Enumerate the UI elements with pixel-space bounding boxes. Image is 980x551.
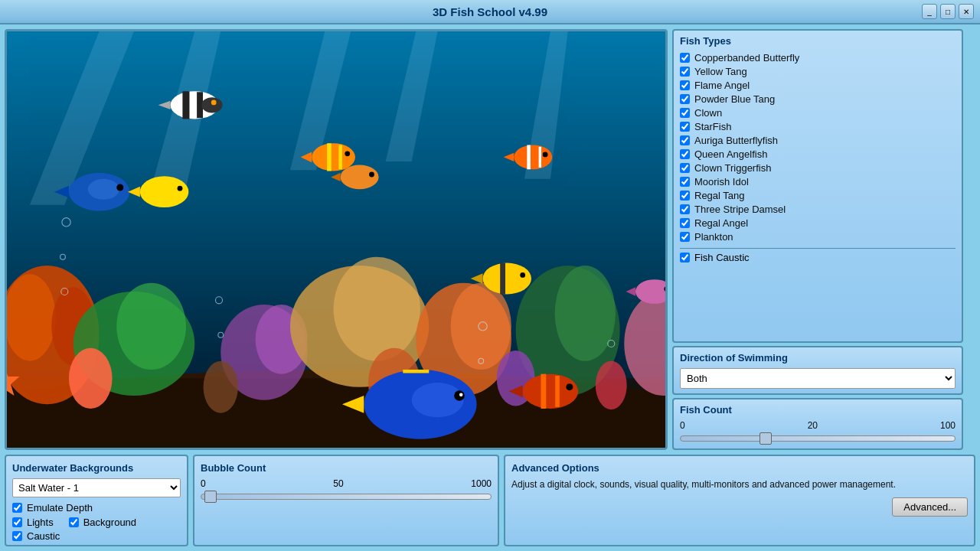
caustic-row: Caustic [12,530,181,542]
fish-checkbox-flamevangel[interactable] [680,80,690,90]
fish-checkbox-clowntrigger[interactable] [680,163,690,173]
fish-checkbox-queenangel[interactable] [680,149,690,159]
aquarium-preview [5,29,668,450]
fish-item-clowntrigger: Clown Triggerfish [680,161,956,174]
fish-item-starfish: StarFish [680,120,956,133]
fish-caustic-checkbox[interactable] [680,253,690,262]
fish-item-moorishidol: Moorish Idol [680,175,956,188]
emulate-depth-checkbox[interactable] [12,503,22,513]
fish-item-regalangel: Regal Angel [680,217,956,230]
fish-checkbox-plankton[interactable] [680,232,690,242]
fish-checkbox-moorishidol[interactable] [680,177,690,187]
fish-checkbox-copperbanded[interactable] [680,53,690,63]
svg-point-18 [451,283,511,370]
fish-label-auriga[interactable]: Auriga Butterflyfish [694,135,778,146]
lights-label[interactable]: Lights [27,517,54,528]
svg-point-31 [201,97,222,112]
fish-item-clown: Clown [680,106,956,119]
bg-select[interactable]: Salt Water - 1 Salt Water - 2 Fresh Wate… [12,478,181,497]
app-title: 3D Fish School v4.99 [433,5,547,18]
fish-count-slider[interactable] [680,435,956,442]
direction-select[interactable]: Both Left to Right Right to Left [680,368,956,389]
fish-label-threestripe[interactable]: Three Stripe Damsel [694,204,786,215]
svg-point-51 [178,186,183,191]
fish-label-starfish[interactable]: StarFish [694,121,731,132]
fish-label-powderbluetang[interactable]: Powder Blue Tang [694,93,775,105]
caustic-label[interactable]: Caustic [27,530,60,542]
underwater-backgrounds-panel: Underwater Backgrounds Salt Water - 1 Sa… [5,455,188,546]
lights-row: Lights [12,517,54,528]
fish-label-clown[interactable]: Clown [694,107,722,119]
svg-point-44 [459,393,463,397]
caustic-checkbox[interactable] [12,531,22,541]
svg-point-60 [523,374,579,409]
advanced-button[interactable]: Advanced... [892,497,968,517]
fish-item-yellowtang: Yellow Tang [680,65,956,78]
svg-point-57 [341,165,379,190]
direction-panel: Direction of Swimming Both Left to Right… [672,346,963,395]
fish-count-min: 0 [680,420,685,431]
svg-point-68 [520,272,525,278]
fish-label-regalangel[interactable]: Regal Angel [694,217,748,229]
fish-label-regaltang[interactable]: Regal Tang [694,190,745,201]
fish-checkbox-threestripe[interactable] [680,204,690,214]
bubble-max: 1000 [471,478,492,489]
bubble-slider-labels: 0 50 1000 [201,478,492,489]
svg-point-23 [204,361,238,413]
fish-checkbox-yellowtang[interactable] [680,67,690,77]
fish-label-copperbanded[interactable]: Copperbanded Butterfly [694,52,799,64]
svg-point-64 [566,383,573,390]
background-label[interactable]: Background [83,517,136,528]
svg-point-46 [88,179,119,200]
fish-caustic-row: Fish Caustic [680,248,956,263]
advanced-title: Advanced Options [511,462,968,474]
fish-types-panel: Fish Types Copperbanded ButterflyYellow … [672,29,963,343]
fish-count-title: Fish Count [680,404,956,416]
close-button[interactable]: ✕ [959,4,974,19]
fish-count-mid: 20 [808,420,818,431]
fish-count-panel: Fish Count 0 20 100 [672,398,963,450]
fish-label-clowntrigger[interactable]: Clown Triggerfish [694,162,771,174]
fish-checkbox-starfish[interactable] [680,122,690,132]
fish-label-flamevangel[interactable]: Flame Angel [694,80,750,91]
title-bar: 3D Fish School v4.99 _ □ ✕ [0,0,980,24]
restore-button[interactable]: □ [940,4,956,19]
fish-checkbox-regaltang[interactable] [680,191,690,201]
svg-point-52 [312,143,355,171]
aquarium-svg [7,31,665,448]
fish-count-labels: 0 20 100 [680,420,956,431]
emulate-depth-label[interactable]: Emulate Depth [27,502,93,514]
fish-label-plankton[interactable]: Plankton [694,231,733,243]
svg-point-48 [116,184,123,191]
svg-point-26 [596,361,627,409]
fish-types-title: Fish Types [680,35,956,47]
minimize-button[interactable]: _ [922,4,937,19]
background-checkbox[interactable] [69,517,79,527]
fish-item-copperbanded: Copperbanded Butterfly [680,51,956,64]
main-container: Fish Types Copperbanded ButterflyYellow … [0,24,980,551]
fish-checkbox-regalangel[interactable] [680,218,690,228]
bottom-row: Underwater Backgrounds Salt Water - 1 Sa… [5,455,975,546]
fish-checkbox-auriga[interactable] [680,135,690,145]
fish-caustic-label[interactable]: Fish Caustic [694,252,750,263]
fish-checkbox-powderbluetang[interactable] [680,94,690,104]
fish-list: Copperbanded ButterflyYellow TangFlame A… [680,51,956,243]
top-row: Fish Types Copperbanded ButterflyYellow … [5,29,975,450]
svg-point-12 [116,283,186,370]
svg-point-59 [369,172,374,178]
svg-point-22 [69,348,113,409]
svg-point-49 [140,176,188,207]
right-panel: Fish Types Copperbanded ButterflyYellow … [672,29,963,450]
fish-label-queenangel[interactable]: Queen Angelfish [694,148,767,160]
bubble-count-panel: Bubble Count 0 50 1000 [193,455,499,546]
lights-checkbox[interactable] [12,517,22,527]
fish-label-yellowtang[interactable]: Yellow Tang [694,66,747,77]
advanced-description: Adjust a digital clock, sounds, visual q… [511,478,968,491]
bubble-count-slider[interactable] [201,494,492,500]
svg-point-43 [454,390,465,401]
fish-checkbox-clown[interactable] [680,108,690,118]
svg-point-20 [555,266,616,361]
direction-title: Direction of Swimming [680,352,956,364]
fish-label-moorishidol[interactable]: Moorish Idol [694,176,749,187]
svg-point-40 [412,383,464,417]
